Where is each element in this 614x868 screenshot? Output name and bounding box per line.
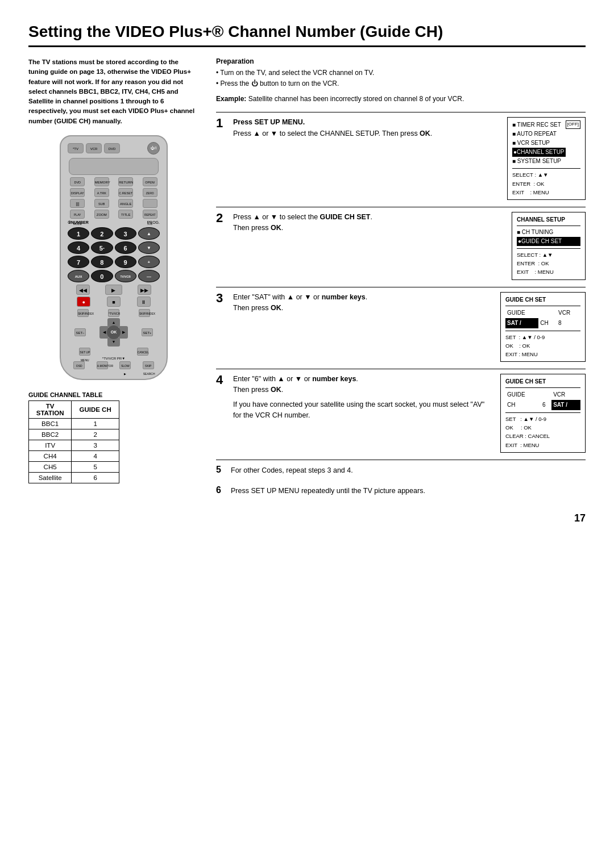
step-3-content: Enter "SAT" with ▲ or ▼ or number keys. … [233, 292, 586, 362]
step-2-text: Press ▲ or ▼ to select the GUIDE CH SET.… [233, 212, 506, 234]
step-4-ch-value: 6 [541, 400, 551, 410]
nav-cross-row: SET− ▲ ▼ ◀ ▶ OK SET+ [68, 318, 160, 347]
step-6-number: 6 [216, 485, 227, 496]
screen-item-channel: ●CHANNEL SETUP [512, 148, 566, 157]
step-5-text: For other Codes, repeat steps 3 and 4. [231, 465, 353, 476]
step-3-ch-label: CH [538, 318, 557, 328]
step-4: 4 Enter "6" with ▲ or ▼ or number keys. … [216, 374, 586, 453]
power-button: ⏻/I [147, 142, 160, 155]
page-number: 17 [28, 512, 586, 524]
step-3-screen-title: GUIDE CH SET [505, 295, 580, 306]
rec-btn: ● [77, 297, 90, 307]
step-4-note: If you have connected your satellite usi… [233, 399, 495, 422]
transport-row: ◀◀ ▶ ▶▶ [69, 285, 159, 295]
guide-table-row: BBC11 [29, 418, 119, 429]
skip-index-left: SKIP/INDEX [77, 309, 89, 317]
set-plus: SET+ [142, 328, 153, 336]
setup-menu-btn: SET UP MENU [79, 348, 90, 356]
left-column: The TV stations must be stored according… [28, 57, 199, 501]
cancel-btn: CANCEL [137, 348, 148, 356]
step-1-screen-select: SELECT : ▲▼ENTER : OKEXIT : MENU [512, 168, 580, 197]
step-3-number: 3 [216, 292, 230, 304]
step-4-screen: GUIDE CH SET GUIDE VCR CH 6 SAT / [500, 374, 586, 453]
step-1-number: 1 [216, 117, 230, 130]
prog-down: ▼ [138, 241, 160, 254]
minus-btn: — [138, 270, 160, 282]
zoom-btn: ZOOM [94, 210, 109, 219]
amonitor-btn: A.MONITOR [97, 361, 108, 369]
remote-image: *TV VCR DVD ⏻/I DVD MENU MEMORY RETURN O… [28, 135, 199, 380]
num-7: 7 [68, 256, 89, 268]
guide-ch-value: 1 [72, 418, 119, 429]
func-row-4: PLAY MODE ZOOM TITLE REPEAT A-B [65, 210, 162, 219]
num-6: 6 [115, 241, 136, 254]
tv-vcr-pr-label2: *TV/VCR PR▼ [65, 357, 162, 360]
ok-btn: OK [107, 326, 121, 339]
step-4-vcr-header: VCR [551, 390, 580, 400]
remote-top-row: *TV VCR DVD ⏻/I [65, 142, 162, 155]
station-name: BBC2 [29, 429, 72, 440]
example-body: Satellite channel has been incorrectly s… [248, 95, 464, 103]
nav-row-bottom: SET UP MENU CANCEL [68, 348, 160, 356]
bottom-btns: OSD A.MONITOR SLOW ▶ SKIP SEARCH [68, 361, 160, 369]
func-row-2: DISPLAY A.TRK C.RESET ZERO RETURN [65, 188, 162, 197]
step-4-text: Enter "6" with ▲ or ▼ or number keys. Th… [233, 374, 495, 422]
step-4-guide-header: GUIDE [505, 390, 541, 400]
step-4-sat-value: SAT / [551, 400, 580, 410]
bar-btn: ||| [70, 199, 85, 208]
divider-2 [216, 207, 586, 207]
aux-btn: AUX [68, 270, 89, 282]
off-badge: [OFF] [566, 120, 580, 129]
guide-ch-value: 4 [72, 450, 119, 461]
skip-search-btn: SKIP SEARCH [143, 361, 154, 369]
guide-ch-value: 2 [72, 429, 119, 440]
screen-item-auto: ■ AUTO REPEAT [512, 130, 566, 139]
step-2-content: Press ▲ or ▼ to select the GUIDE CH SET.… [233, 212, 586, 280]
step-3: 3 Enter "SAT" with ▲ or ▼ or number keys… [216, 292, 586, 362]
screen-item-system: ■ SYSTEM SETUP [512, 157, 566, 166]
example-label: Example: [216, 95, 246, 103]
station-name: BBC1 [29, 418, 72, 429]
repeat-ab-btn: REPEAT A-B [143, 210, 157, 219]
zero-return-btn: ZERO RETURN [143, 188, 157, 197]
right-column: Preparation • Turn on the TV, and select… [216, 57, 586, 501]
num-0: 0 [91, 270, 113, 282]
divider-1 [216, 112, 586, 112]
divider-3 [216, 287, 586, 287]
slow-btn: SLOW ▶ [119, 361, 131, 369]
num-1: 1 [68, 227, 89, 240]
screen-item-timer: ■ TIMER REC SET [512, 120, 566, 130]
subtitle-btn: SUB TITLE [94, 199, 109, 208]
step-3-sat-value: SAT / [505, 318, 538, 328]
remote-control: *TV VCR DVD ⏻/I DVD MENU MEMORY RETURN O… [60, 135, 168, 380]
col-guide-ch: GUIDE CH [72, 400, 119, 418]
creset-btn: C.RESET [118, 188, 133, 197]
open-close-btn: OPEN/CLOSE [143, 177, 157, 186]
step-4-screen-select: SET : ▲▼ / 0-9OK : OKCLEAR : CANCELEXIT … [505, 412, 580, 449]
number-pad: 1 2 3 ▲ 4 5· 6 ▼ 7 8 9 + AUX 0 TV/VCR — [68, 227, 160, 282]
prep-line-1: • Turn on the TV, and select the VCR cha… [216, 68, 586, 78]
guide-table-row: CH55 [29, 461, 119, 472]
step-2: 2 Press ▲ or ▼ to select the GUIDE CH SE… [216, 212, 586, 280]
title-btn: TITLE [118, 210, 133, 219]
step-1-content: Press SET UP MENU. Press ▲ or ▼ to selec… [233, 117, 586, 200]
num-8: 8 [91, 256, 113, 268]
step-4-ch-label: CH [505, 400, 541, 410]
num-5: 5· [91, 241, 113, 254]
step-3-screen: GUIDE CH SET GUIDE VCR SAT / CH 8 [500, 292, 586, 362]
play-btn: ▶ [105, 285, 122, 295]
num-9: 9 [115, 256, 136, 268]
step-1-text: Press SET UP MENU. Press ▲ or ▼ to selec… [233, 117, 501, 139]
stop-btn: ■ [107, 297, 121, 307]
num-4: 4 [68, 241, 89, 254]
guide-table-row: BBC22 [29, 429, 119, 440]
skip-index-right: SKIP/INDEX [139, 309, 150, 317]
tv-button: *TV [68, 143, 84, 153]
step-1: 1 Press SET UP MENU. Press ▲ or ▼ to sel… [216, 117, 586, 200]
num-3: 3 [115, 227, 136, 240]
angle-btn: ANGLE [118, 199, 133, 208]
transport-row2: ● ■ ⏸ [69, 297, 159, 307]
step-3-screen-table: GUIDE VCR SAT / CH 8 [505, 308, 580, 328]
nav-row-1: SKIP/INDEX *TV/VCR PR▲ SKIP/INDEX [68, 309, 160, 317]
preparation-title: Preparation [216, 57, 586, 65]
